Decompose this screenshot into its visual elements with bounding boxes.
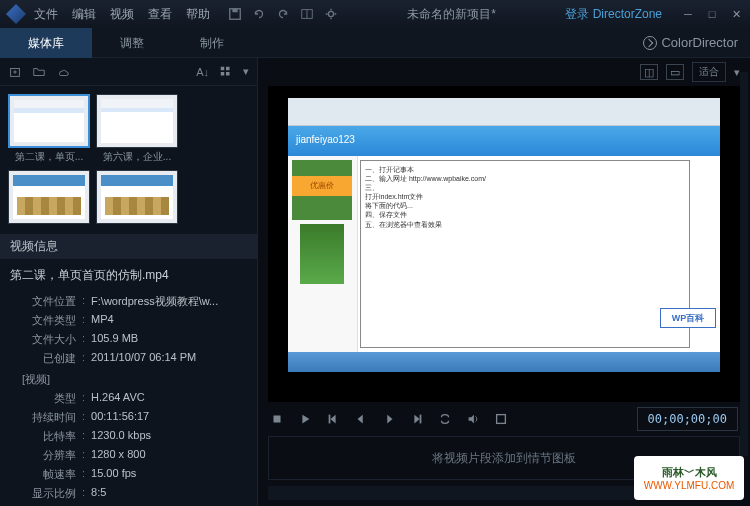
menu-help[interactable]: 帮助: [186, 6, 210, 23]
step-back-icon[interactable]: [354, 412, 368, 426]
left-scrollbar[interactable]: [740, 72, 748, 456]
preview-promo: 优惠价: [292, 176, 352, 196]
preview-viewport[interactable]: jianfeiyao123 优惠价 一、打开记事本二、输入网址 http://w…: [268, 86, 740, 402]
info-value: 00:11:56:17: [91, 410, 149, 425]
redo-icon[interactable]: [276, 7, 290, 21]
info-key: 比特率: [10, 429, 82, 444]
tab-adjust[interactable]: 调整: [92, 28, 172, 58]
compare-view-icon[interactable]: ◫: [640, 64, 658, 80]
svg-rect-12: [420, 415, 422, 424]
svg-rect-9: [226, 72, 230, 76]
import-folder-icon[interactable]: [32, 65, 46, 79]
info-value: 1280 x 800: [91, 448, 145, 463]
next-frame-icon[interactable]: [410, 412, 424, 426]
main-area: A↓ ▾ 第二课，单页... 第六课，企业... 视频信息 第二课，单页首页: [0, 58, 750, 506]
preview-notepad: 一、打开记事本二、输入网址 http://www.wpbaike.com/三、打…: [360, 160, 690, 348]
thumb-label: 第二课，单页...: [8, 148, 90, 164]
info-value: MP4: [91, 313, 114, 328]
svg-rect-13: [497, 415, 506, 424]
brand-icon: [643, 36, 657, 50]
info-value: 105.9 MB: [91, 332, 138, 347]
svg-rect-1: [232, 9, 237, 13]
project-title: 未命名的新项目*: [346, 6, 557, 23]
play-icon[interactable]: [298, 412, 312, 426]
info-value: H.264 AVC: [91, 391, 145, 406]
thumbnail-grid: 第二课，单页... 第六课，企业...: [0, 86, 257, 234]
watermark-line1: 雨林﹀木风: [662, 465, 717, 480]
info-row: 帧速率:15.00 fps: [10, 465, 247, 484]
thumb-label: [8, 224, 90, 226]
watermark-line2: WWW.YLMFU.COM: [644, 480, 735, 491]
layout-icon[interactable]: [300, 7, 314, 21]
undo-icon[interactable]: [252, 7, 266, 21]
info-row: 类型:H.264 AVC: [10, 389, 247, 408]
preview-banner: jianfeiyao123: [288, 126, 720, 156]
close-icon[interactable]: ✕: [728, 8, 744, 21]
thumb-label: 第六课，企业...: [96, 148, 178, 164]
login-link[interactable]: 登录 DirectorZone: [565, 6, 662, 23]
info-value: F:\wordpress视频教程\w...: [91, 294, 218, 309]
import-file-icon[interactable]: [8, 65, 22, 79]
info-key: 分辨率: [10, 448, 82, 463]
info-key: 帧速率: [10, 467, 82, 482]
brand-label: ColorDirector: [643, 35, 738, 50]
info-row: 文件大小:105.9 MB: [10, 330, 247, 349]
menu-file[interactable]: 文件: [34, 6, 58, 23]
volume-icon[interactable]: [466, 412, 480, 426]
brand-text: ColorDirector: [661, 35, 738, 50]
info-row: 已创建:2011/10/07 06:14 PM: [10, 349, 247, 368]
toolbar-icons: [228, 7, 338, 21]
watermark-badge: 雨林﹀木风 WWW.YLMFU.COM: [634, 456, 744, 500]
stop-icon[interactable]: [270, 412, 284, 426]
view-dropdown-icon[interactable]: ▾: [243, 65, 249, 78]
minimize-icon[interactable]: ─: [680, 8, 696, 21]
fit-button[interactable]: 适合: [692, 62, 726, 82]
step-forward-icon[interactable]: [382, 412, 396, 426]
single-view-icon[interactable]: ▭: [666, 64, 684, 80]
preview-wp-logo: WP百科: [660, 308, 716, 328]
menu-view[interactable]: 查看: [148, 6, 172, 23]
video-info-header: 视频信息: [0, 234, 257, 259]
app-logo-icon: [6, 4, 26, 24]
menu-video[interactable]: 视频: [110, 6, 134, 23]
svg-rect-7: [226, 66, 230, 70]
library-toolbar: A↓ ▾: [0, 58, 257, 86]
video-filename: 第二课，单页首页的仿制.mp4: [0, 259, 257, 292]
svg-rect-10: [274, 416, 281, 423]
info-key: 类型: [10, 391, 82, 406]
info-value: 8:5: [91, 486, 106, 501]
tab-produce[interactable]: 制作: [172, 28, 252, 58]
info-row: 文件类型:MP4: [10, 311, 247, 330]
prev-frame-icon[interactable]: [326, 412, 340, 426]
tab-library[interactable]: 媒体库: [0, 28, 92, 58]
info-row: 显示比例:8:5: [10, 484, 247, 503]
maximize-icon[interactable]: □: [704, 8, 720, 21]
info-key: 文件类型: [10, 313, 82, 328]
clip-thumbnail[interactable]: [8, 170, 90, 226]
info-value: 2011/10/07 06:14 PM: [91, 351, 196, 366]
save-icon[interactable]: [228, 7, 242, 21]
sort-button[interactable]: A↓: [196, 66, 209, 78]
preview-content: jianfeiyao123 优惠价 一、打开记事本二、输入网址 http://w…: [288, 98, 720, 372]
left-panel: A↓ ▾ 第二课，单页... 第六课，企业... 视频信息 第二课，单页首页: [0, 58, 258, 506]
clip-thumbnail[interactable]: 第二课，单页...: [8, 94, 90, 164]
fullscreen-icon[interactable]: [494, 412, 508, 426]
video-section-label: [视频]: [10, 368, 247, 389]
thumb-label: [96, 224, 178, 226]
info-key: 文件位置: [10, 294, 82, 309]
settings-icon[interactable]: [324, 7, 338, 21]
timecode-display[interactable]: 00;00;00;00: [637, 407, 738, 431]
grid-view-icon[interactable]: [219, 65, 233, 79]
right-panel: ◫ ▭ 适合 ▾ jianfeiyao123 优惠价 一、打开记事本二、输入网址…: [258, 58, 750, 506]
menu-edit[interactable]: 编辑: [72, 6, 96, 23]
svg-rect-11: [329, 415, 331, 424]
svg-point-4: [328, 11, 333, 16]
info-value: 1230.0 kbps: [91, 429, 151, 444]
video-info-body: 文件位置:F:\wordpress视频教程\w...文件类型:MP4文件大小:1…: [0, 292, 257, 506]
clip-thumbnail[interactable]: 第六课，企业...: [96, 94, 178, 164]
cloud-icon[interactable]: [56, 65, 70, 79]
loop-icon[interactable]: [438, 412, 452, 426]
clip-thumbnail[interactable]: [96, 170, 178, 226]
info-row: 持续时间:00:11:56:17: [10, 408, 247, 427]
info-value: 15.00 fps: [91, 467, 136, 482]
